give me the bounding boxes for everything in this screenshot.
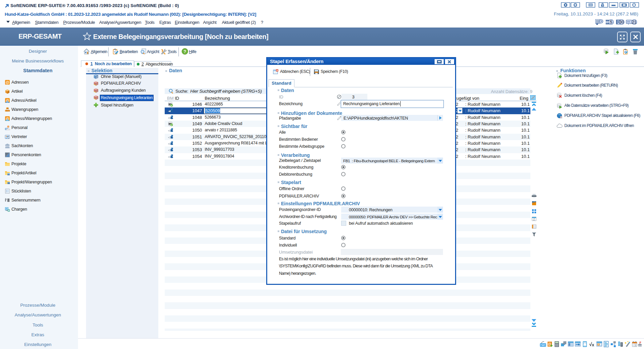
svg-text:@: @ — [5, 80, 9, 84]
svg-text:x: x — [592, 343, 594, 347]
svg-text:1: 1 — [635, 344, 636, 346]
svg-text:21: 21 — [632, 20, 637, 25]
svg-text:30: 30 — [619, 20, 624, 25]
svg-text:@: @ — [6, 99, 9, 102]
svg-text:5: 5 — [610, 20, 612, 25]
svg-text:?: ? — [184, 49, 186, 54]
svg-text:Σ: Σ — [533, 218, 535, 221]
svg-text:A: A — [598, 343, 599, 346]
svg-text:@: @ — [6, 117, 9, 121]
